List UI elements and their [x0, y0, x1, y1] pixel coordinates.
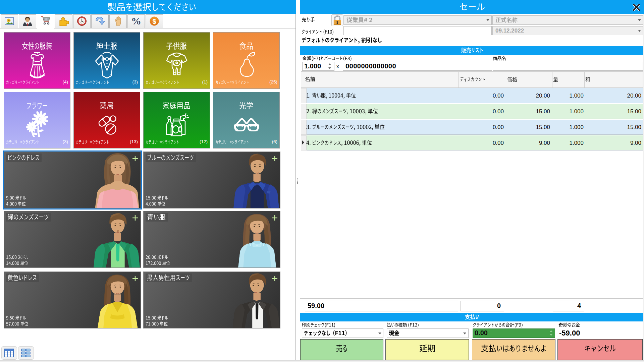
- svg-text:$: $: [152, 18, 156, 25]
- svg-text:%: %: [131, 16, 141, 26]
